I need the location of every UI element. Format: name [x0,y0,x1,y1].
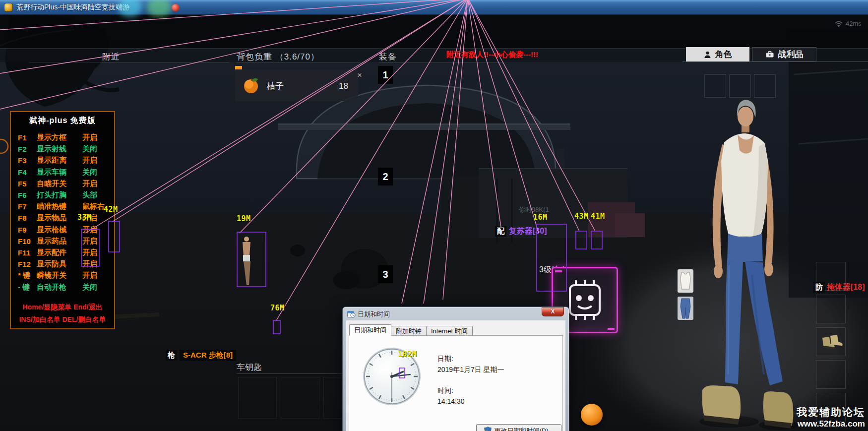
equip-slot-3[interactable]: 3 [378,265,393,283]
kill-feed-text: 你时98K(1 [519,205,549,214]
jeans-thumbnail[interactable] [678,297,693,320]
cheat-menu-title: 弑神-plus 免费版 [11,116,114,126]
gear-tag: 配 [495,226,506,237]
vest-thumbnail[interactable] [678,269,693,293]
tank-top-icon [678,269,693,293]
wardrobe-slot[interactable] [754,74,776,98]
menu-row-f6[interactable]: F6打头打胸头部 [11,189,114,201]
equip-slot-1[interactable]: 1 [378,66,393,84]
clock-calendar-icon [347,310,356,318]
tab-loot-label: 战利品 [778,49,804,60]
gun-esp-label: 枪 S-ACR 步枪[8] [166,350,236,361]
menu-row-f11[interactable]: F11显示配件开启 [11,247,114,258]
orange-icon [242,76,260,94]
menu-row-star[interactable]: * 键瞬镜开关开启 [11,270,114,281]
item-name: 桔子 [267,80,284,92]
tab-character-label: 角色 [715,49,732,60]
ping-indicator: 42ms [834,20,862,27]
change-date-time-label: 更改日期和时间(D)... [495,427,554,431]
gear-count: [30] [533,227,547,235]
tab-character[interactable]: 角色 [686,47,749,62]
boots-icon [816,328,845,356]
cheat-menu-rows: F1显示方框开启 F2显示射线关闭 F3显示距离开启 F4显示车辆关闭 F5自瞄… [11,132,114,293]
menu-row-f4[interactable]: F4显示车辆关闭 [11,167,114,178]
orange-ground-item[interactable] [581,404,603,426]
menu-row-f8[interactable]: F8显示物品开启 [11,212,114,224]
titlebar-glow-cyan [118,0,142,17]
nearby-header: 附近 [102,51,120,62]
wardrobe-slot[interactable] [704,74,726,98]
watermark-line2: www.52fzba.com [797,419,865,429]
car-key-label: 车钥匙 [237,362,262,373]
screen: 附近 背包负重 （3.6/70） 装备 附近有敌人!!--小心偷袭---!!! … [0,0,868,431]
cheat-menu-panel: 弑神-plus 免费版 F1显示方框开启 F2显示射线关闭 F3显示距离开启 F… [10,111,115,329]
menu-row-minus[interactable]: - 键自动开枪关闭 [11,281,114,293]
jeans-icon [678,297,693,320]
gear-esp-label: 配 复苏器[30] [495,226,547,237]
wardrobe-slot[interactable] [729,74,751,98]
date-value: 2019年1月7日 星期一 [437,366,504,374]
loot-slot[interactable] [238,377,277,419]
menu-footer-hotkeys-2: INS/加白名单 DEL/删白名单 [11,315,114,324]
gear-name: 复苏器 [509,227,533,235]
ping-value: 42ms [846,20,862,27]
menu-row-f5[interactable]: F5自瞄开关开启 [11,178,114,189]
wifi-icon [834,20,843,27]
item-close-icon[interactable]: × [357,70,362,80]
dialog-close-button[interactable]: X [542,307,564,316]
time-value: 14:14:30 [437,397,465,405]
date-time-dialog: 日期和时间 X 日期和时间 附加时钟 Internet 时间 [342,307,569,431]
date-label: 日期: [437,355,453,364]
backpack-header: 背包负重 （3.6/70） [237,51,319,62]
dialog-title: 日期和时间 [358,310,390,319]
tab-internet-time[interactable]: Internet 时间 [427,326,473,336]
equip-slot-2[interactable]: 2 [378,168,393,185]
equipment-header: 装备 [379,51,397,62]
forum-watermark: 我爱辅助论坛 www.52fzba.com [797,405,865,429]
tab-date-time[interactable]: 日期和时间 [349,324,391,336]
menu-row-f12[interactable]: F12显示防具开启 [11,258,114,270]
enemy-warning-text: 附近有敌人!!--小心偷袭---!!! [446,50,538,60]
analog-clock [362,347,422,406]
menu-footer-hotkeys-1: Home/显隐菜单 End/退出 [11,303,114,312]
menu-row-f3[interactable]: F3显示距离开启 [11,155,114,166]
watermark-line1: 我爱辅助论坛 [797,405,865,419]
window-title: 荒野行动Plus-中国味海陆空竞技端游 [16,3,129,12]
armor-esp-label: 防 掩体器[18] [813,282,865,293]
gear-slot-boots[interactable] [816,327,846,356]
gear-slot[interactable] [816,295,846,323]
gear-slot[interactable] [816,360,846,389]
backpack-item-card[interactable]: 桔子 18 × [235,69,358,101]
armor-tag: 防 [813,282,825,293]
tab-additional-clocks[interactable]: 附加时钟 [391,326,427,336]
window-icon [4,3,12,11]
titlebar-glow-green [147,0,172,17]
weight-mini-bar [235,66,242,69]
uac-shield-icon [484,427,492,431]
menu-row-f2[interactable]: F2显示射线关闭 [11,143,114,155]
tab-loot[interactable]: 战利品 [752,47,816,62]
menu-row-f10[interactable]: F10显示药品开启 [11,236,114,247]
gun-text: S-ACR 步枪[8] [180,350,236,361]
window-titlebar[interactable]: 荒野行动Plus-中国味海陆空竞技端游 [0,0,868,15]
menu-row-f9[interactable]: F9显示枪械开启 [11,224,114,236]
change-date-time-button[interactable]: 更改日期和时间(D)... [476,424,561,431]
armor-text: 掩体器[18] [827,282,865,293]
person-icon [704,51,711,59]
menu-row-f1[interactable]: F1显示方框开启 [11,132,114,143]
briefcase-icon [765,51,774,58]
titlebar-red-dot [172,4,180,11]
loot-slot[interactable] [281,377,319,419]
gun-tag: 枪 [166,350,177,361]
item-count: 18 [339,81,348,91]
menu-row-f7[interactable]: F7瞄准热键鼠标右 [11,201,114,212]
dialog-body: 日期和时间 附加时钟 Internet 时间 [346,320,565,431]
dialog-tabs: 日期和时间 附加时钟 Internet 时间 [349,324,473,336]
dialog-tab-page: 日期: 2019年1月7日 星期一 时间: 14:14:30 [349,335,563,431]
time-label: 时间: [437,386,453,395]
